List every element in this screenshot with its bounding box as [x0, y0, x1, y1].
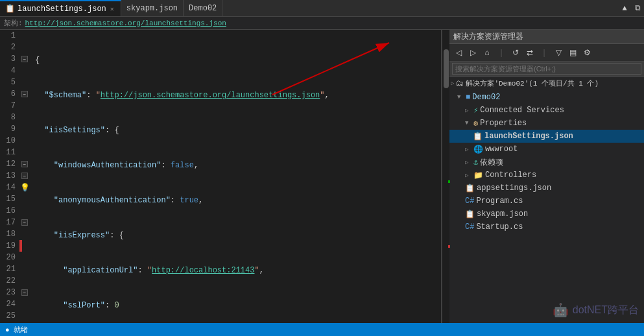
- startup-label: Startup.cs: [476, 222, 523, 232]
- status-bar: ● 就绪: [0, 323, 644, 336]
- code-line-3: "iisSettings": {: [35, 125, 441, 136]
- se-separator2: |: [538, 46, 551, 59]
- se-toolbar: ◁ ▷ ⌂ | ↺ ⇄ | ▽ ▤ ⚙: [449, 44, 644, 62]
- tab-skyapm[interactable]: skyapm.json: [121, 0, 184, 16]
- program-label: Program.cs: [476, 197, 523, 206]
- solution-explorer: 解决方案资源管理器 ◁ ▷ ⌂ | ↺ ⇄ | ▽ ▤ ⚙ ▷ 🗂 解决方案'D…: [449, 30, 644, 323]
- se-title: 解决方案资源管理器: [453, 31, 523, 42]
- editor-lines: 1 2 3− 4 5 6− 7 8 9 10 11: [0, 30, 441, 323]
- watermark-icon: 🤖: [553, 302, 569, 318]
- tab-label: launchSettings.json: [18, 5, 106, 14]
- appsettings-icon: 📋: [465, 184, 475, 193]
- se-filter-btn[interactable]: ▽: [552, 46, 565, 59]
- editor-split[interactable]: ⧉: [631, 2, 644, 15]
- project-icon: ■: [466, 93, 470, 102]
- se-solution-root[interactable]: ▷ 🗂 解决方案'Demo02'(1 个项目/共 1 个): [449, 77, 644, 90]
- se-item-program[interactable]: C# Program.cs: [449, 195, 644, 208]
- code-line-8: "sslPort": 0: [35, 300, 441, 311]
- main-content: 1 2 3− 4 5 6− 7 8 9 10 11: [0, 30, 644, 323]
- se-expand-icon: ▷: [451, 80, 454, 87]
- url-value[interactable]: http://json.schemastore.org/launchsettin…: [25, 19, 226, 27]
- properties-icon: ⚙: [473, 119, 478, 128]
- se-item-dependencies[interactable]: ▷ ⚓ 依赖项: [449, 156, 644, 169]
- url-bar: 架构: http://json.schemastore.org/launchse…: [0, 17, 644, 30]
- watermark: 🤖 dotNET跨平台: [449, 297, 644, 323]
- code-text[interactable]: { "$schema": "http://json.schemastore.or…: [30, 30, 441, 323]
- tab-close-launchsettings[interactable]: ✕: [109, 5, 115, 14]
- editor-scroll-up[interactable]: ▲: [618, 2, 631, 15]
- se-forward-btn[interactable]: ▷: [466, 46, 479, 59]
- se-separator1: |: [495, 46, 508, 59]
- code-line-6: "iisExpress": {: [35, 230, 441, 241]
- se-item-launchsettings[interactable]: 📋 launchSettings.json: [449, 130, 644, 143]
- properties-label: Properties: [480, 119, 527, 128]
- wwwroot-icon: 🌐: [473, 145, 483, 154]
- skyapm-icon: 📋: [465, 210, 475, 219]
- startup-icon: C#: [465, 222, 474, 232]
- se-item-controllers[interactable]: ▷ 📁 Controllers: [449, 169, 644, 182]
- se-settings-btn[interactable]: ⚙: [580, 46, 593, 59]
- editor-scrollbar[interactable]: [442, 30, 449, 323]
- se-sync-btn[interactable]: ⇄: [523, 46, 536, 59]
- se-item-startup[interactable]: C# Startup.cs: [449, 221, 644, 234]
- left-margin: 1 2 3− 4 5 6− 7 8 9 10 11: [0, 30, 30, 323]
- se-item-wwwroot[interactable]: ▷ 🌐 wwwroot: [449, 143, 644, 156]
- controllers-label: Controllers: [485, 171, 536, 180]
- se-collapse-btn[interactable]: ▤: [566, 46, 579, 59]
- se-item-appsettings[interactable]: 📋 appsettings.json: [449, 182, 644, 195]
- tab-launchsettings[interactable]: 📋 launchSettings.json ✕: [0, 0, 121, 16]
- se-item-demo02-project[interactable]: ▼ ■ Demo02: [449, 91, 644, 104]
- skyapm-label: skyapm.json: [477, 210, 528, 219]
- code-editor[interactable]: 1 2 3− 4 5 6− 7 8 9 10 11: [0, 30, 442, 323]
- tab-icon: 📋: [5, 4, 15, 14]
- code-line-7: "applicationUrl": "http://localhost:2114…: [35, 265, 441, 276]
- appsettings-label: appsettings.json: [477, 184, 551, 193]
- se-item-connected-services[interactable]: ▷ ⚡ Connected Services: [449, 104, 644, 117]
- dependencies-icon: ⚓: [473, 158, 478, 167]
- controllers-icon: 📁: [473, 171, 483, 180]
- ln-1: 1: [0, 30, 19, 42]
- status-text: ● 就绪: [5, 325, 28, 335]
- tab-label-skyapm: skyapm.json: [126, 4, 178, 13]
- connected-services-label: Connected Services: [480, 106, 564, 115]
- se-header: 解决方案资源管理器: [449, 30, 644, 44]
- solution-icon: 🗂: [456, 78, 464, 88]
- url-prefix: 架构:: [4, 18, 23, 28]
- program-icon: C#: [465, 197, 474, 206]
- launchsettings-icon: 📋: [473, 132, 483, 141]
- se-home-btn[interactable]: ⌂: [481, 46, 494, 59]
- se-tree: ▼ ■ Demo02 ▷ ⚡ Connected Services ▼ ⚙ Pr…: [449, 90, 644, 297]
- launchsettings-label: launchSettings.json: [484, 132, 573, 141]
- se-search-bar: [449, 62, 644, 77]
- se-solution-label: 解决方案'Demo02'(1 个项目/共 1 个): [466, 78, 599, 88]
- tab-demo02[interactable]: Demo02: [184, 0, 222, 16]
- se-item-properties[interactable]: ▼ ⚙ Properties: [449, 117, 644, 130]
- project-label: Demo02: [472, 93, 500, 102]
- se-refresh-btn[interactable]: ↺: [509, 46, 522, 59]
- se-back-btn[interactable]: ◁: [452, 46, 465, 59]
- tab-label-demo02: Demo02: [189, 4, 217, 13]
- wwwroot-label: wwwroot: [485, 145, 518, 154]
- code-line-5: "anonymousAuthentication": true,: [35, 195, 441, 206]
- code-line-1: {: [35, 54, 441, 66]
- se-item-skyapm[interactable]: 📋 skyapm.json: [449, 208, 644, 221]
- watermark-text: dotNET跨平台: [573, 304, 639, 317]
- dependencies-label: 依赖项: [480, 157, 503, 168]
- connected-services-icon: ⚡: [473, 106, 478, 115]
- se-search-input[interactable]: [452, 63, 641, 75]
- code-line-4: "windowsAuthentication": false,: [35, 160, 441, 171]
- tab-bar: 📋 launchSettings.json ✕ skyapm.json Demo…: [0, 0, 644, 17]
- code-line-2: "$schema": "http://json.schemastore.org/…: [35, 90, 441, 101]
